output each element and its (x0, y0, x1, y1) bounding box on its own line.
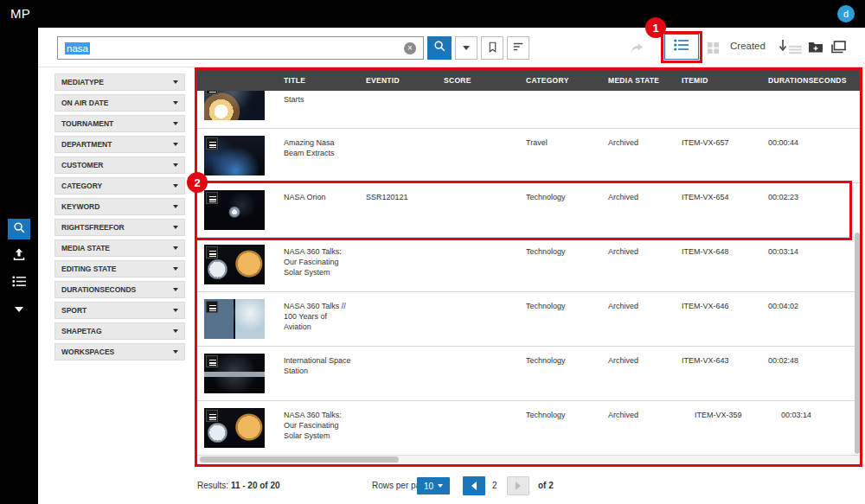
cell-duration (768, 91, 855, 128)
sort-by-dropdown[interactable]: Created (730, 41, 766, 51)
cell-title[interactable]: Amazing Nasa Beam Extracts (284, 129, 366, 182)
rows-per-page-value: 10 (424, 482, 433, 491)
facet-media-state[interactable]: MEDIA STATE (54, 239, 185, 257)
cell-category: Technology (526, 238, 608, 291)
search-options-dropdown[interactable] (455, 36, 477, 60)
saved-searches-button[interactable] (481, 36, 503, 60)
rail-search-button[interactable] (8, 219, 30, 239)
table-header-row: TITLE EVENTID SCORE CATEGORY MEDIA STATE… (197, 70, 862, 91)
column-header-media-state[interactable]: MEDIA STATE (608, 76, 682, 85)
cell-score (444, 183, 526, 237)
list-view-toggle[interactable] (664, 34, 699, 60)
share-icon (630, 41, 644, 59)
cell-score (444, 238, 526, 291)
cell-title[interactable]: Starts (284, 91, 366, 128)
facet-keyword[interactable]: KEYWORD (54, 198, 185, 215)
column-header-title[interactable]: TITLE (284, 76, 366, 85)
table-row[interactable]: NASA 360 Talks // 100 Years of Aviation … (197, 292, 862, 347)
previous-page-button[interactable] (463, 476, 485, 495)
facet-shapetag[interactable]: SHAPETAG (54, 322, 185, 340)
cell-title[interactable]: International Space Station (284, 347, 366, 400)
chevron-down-icon (173, 122, 178, 125)
horizontal-scrollbar-thumb[interactable] (200, 456, 399, 463)
table-row[interactable]: International Space Station Technology A… (197, 347, 862, 401)
cell-category: Technology (526, 347, 608, 400)
facet-category[interactable]: CATEGORY (54, 177, 185, 195)
facet-mediatype[interactable]: MEDIATYPE (54, 73, 185, 91)
table-row[interactable]: Amazing Nasa Beam Extracts Travel Archiv… (197, 129, 862, 183)
media-type-badge-icon (206, 301, 218, 313)
table-row[interactable]: NASA 360 Talks: Our Fascinating Solar Sy… (197, 401, 862, 456)
search-button[interactable] (427, 36, 452, 60)
cell-eventid (366, 238, 444, 291)
next-page-button-disabled (507, 476, 529, 495)
user-avatar[interactable]: d (837, 5, 855, 22)
rail-list-button[interactable] (8, 272, 30, 293)
video-thumbnail[interactable] (204, 408, 265, 448)
facet-rightsfreefor[interactable]: RIGHTSFREEFOR (54, 219, 185, 236)
sort-direction-descending-icon[interactable] (778, 39, 787, 54)
facet-editing-state[interactable]: EDITING STATE (54, 260, 185, 278)
rail-expand-button[interactable] (8, 299, 30, 320)
cell-title[interactable]: NASA Orion (284, 183, 366, 237)
facet-label: CATEGORY (61, 182, 102, 190)
cell-title[interactable]: NASA 360 Talks: Our Fascinating Solar Sy… (284, 238, 366, 291)
collections-gallery-button[interactable] (830, 41, 846, 57)
facet-label: CUSTOMER (61, 161, 104, 169)
vertical-scrollbar-thumb[interactable] (855, 233, 860, 454)
media-type-badge-icon (206, 91, 218, 94)
column-header-durationseconds[interactable]: DURATIONSECONDS (768, 76, 855, 85)
rail-upload-button[interactable] (8, 246, 30, 266)
search-input[interactable]: nasa × (57, 36, 424, 60)
chevron-down-icon (173, 205, 178, 208)
cell-category: Travel (526, 129, 608, 182)
chevron-down-icon (173, 184, 178, 188)
column-header-eventid[interactable]: EVENTID (366, 76, 444, 85)
cell-title[interactable]: NASA 360 Talks // 100 Years of Aviation (284, 292, 366, 346)
results-range: 11 - 20 of 20 (231, 481, 280, 490)
facet-label: ON AIR DATE (61, 99, 108, 107)
facet-label: RIGHTSFREEFOR (61, 223, 125, 232)
facet-label: MEDIA STATE (61, 244, 110, 252)
facet-durationseconds[interactable]: DURATIONSECONDS (54, 281, 185, 298)
video-thumbnail[interactable] (204, 354, 265, 393)
results-count: Results: 11 - 20 of 20 (197, 481, 280, 490)
column-header-score[interactable]: SCORE (444, 76, 526, 85)
column-header-itemid[interactable]: ITEMID (682, 76, 768, 85)
video-thumbnail[interactable] (204, 91, 265, 120)
cell-title[interactable]: NASA 360 Talks: Our Fascinating Solar Sy… (284, 401, 366, 455)
media-type-badge-icon (206, 410, 218, 422)
table-row[interactable]: NASA 360 Talks: Our Fascinating Solar Sy… (197, 238, 862, 292)
column-header-category[interactable]: CATEGORY (526, 76, 608, 85)
app-window: MP d nasa × (0, 0, 865, 504)
filter-button[interactable] (507, 36, 529, 60)
chevron-left-icon (471, 482, 477, 490)
metadata-view-button-disabled (789, 42, 802, 58)
cell-media-state: Archived (608, 292, 682, 346)
horizontal-scrollbar[interactable] (197, 456, 862, 463)
facet-tournament[interactable]: TOURNAMENT (54, 115, 185, 132)
facet-customer[interactable]: CUSTOMER (54, 156, 185, 174)
cell-itemid: ITEM-VX-646 (682, 292, 768, 346)
cell-duration: 00:02:48 (768, 347, 855, 400)
table-row[interactable]: Starts (197, 91, 862, 129)
facet-workspaces[interactable]: WORKSPACES (54, 343, 185, 360)
facet-sport[interactable]: SPORT (54, 302, 185, 319)
video-thumbnail[interactable] (204, 245, 265, 284)
clear-search-icon[interactable]: × (404, 42, 416, 54)
video-thumbnail[interactable] (204, 299, 265, 339)
new-collection-button[interactable] (808, 41, 823, 57)
chevron-down-icon (173, 288, 178, 291)
video-thumbnail[interactable] (204, 190, 265, 230)
chevron-down-icon (438, 484, 443, 488)
table-row-nasa-orion[interactable]: NASA Orion SSR120121 Technology Archived… (197, 183, 862, 238)
facet-label: DURATIONSECONDS (61, 285, 136, 294)
facet-department[interactable]: DEPARTMENT (54, 136, 185, 153)
cell-score (444, 91, 526, 128)
facet-label: SPORT (61, 306, 86, 315)
cell-eventid (366, 401, 444, 455)
rows-per-page-select[interactable]: 10 (417, 477, 450, 494)
facet-on-air-date[interactable]: ON AIR DATE (54, 94, 185, 112)
current-page-number[interactable]: 2 (492, 481, 497, 490)
video-thumbnail[interactable] (204, 136, 265, 175)
